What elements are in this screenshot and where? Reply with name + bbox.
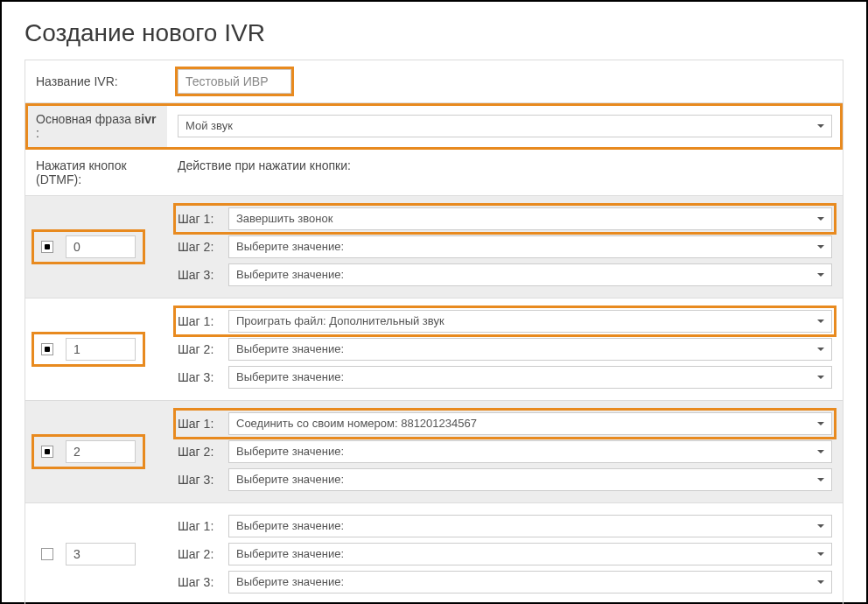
step-label: Шаг 3: <box>178 268 221 282</box>
step-line: Шаг 1:Проиграть файл: Дополнительный зву… <box>178 310 832 333</box>
label-main-phrase-text: Основная фраза в <box>36 112 141 126</box>
step-select[interactable]: Выберите значение: <box>228 366 832 389</box>
step-select[interactable]: Выберите значение: <box>228 468 832 491</box>
step-line: Шаг 3:Выберите значение: <box>178 366 832 389</box>
dtmf-digit-input[interactable] <box>66 338 136 361</box>
step-line: Шаг 3:Выберите значение: <box>178 263 832 286</box>
dtmf-enable-checkbox[interactable] <box>41 446 53 458</box>
step-label: Шаг 1: <box>178 417 221 431</box>
step-select[interactable]: Соединить со своим номером: 881201234567 <box>228 412 832 435</box>
label-ivr-name: Название IVR: <box>25 60 167 102</box>
chevron-down-icon <box>817 124 824 128</box>
ivr-name-input[interactable] <box>178 69 291 94</box>
dtmf-left-cell <box>25 298 167 400</box>
step-label: Шаг 1: <box>178 519 221 533</box>
step-select-value: Выберите значение: <box>236 518 344 534</box>
dtmf-steps-cell: Шаг 1:Проиграть файл: Дополнительный зву… <box>167 298 843 400</box>
dtmf-enable-checkbox[interactable] <box>41 548 53 560</box>
step-label: Шаг 3: <box>178 473 221 487</box>
step-label: Шаг 1: <box>178 212 221 226</box>
dtmf-left-cell <box>25 196 167 298</box>
step-select[interactable]: Выберите значение: <box>228 338 832 361</box>
row-ivr-name: Название IVR: <box>25 60 843 103</box>
step-select[interactable]: Выберите значение: <box>228 235 832 258</box>
dtmf-steps-cell: Шаг 1:Завершить звонокШаг 2:Выберите зна… <box>167 196 843 298</box>
step-label: Шаг 2: <box>178 240 221 254</box>
chevron-down-icon <box>817 552 824 556</box>
step-label: Шаг 3: <box>178 575 221 589</box>
step-label: Шаг 2: <box>178 342 221 356</box>
label-action: Действие при нажатии кнопки: <box>178 158 351 172</box>
main-phrase-value: Мой звук <box>186 118 233 134</box>
step-select-value: Выберите значение: <box>236 267 344 283</box>
chevron-down-icon <box>817 450 824 453</box>
step-line: Шаг 2:Выберите значение: <box>178 338 832 361</box>
chevron-down-icon <box>817 422 824 425</box>
chevron-down-icon <box>817 348 824 351</box>
chevron-down-icon <box>817 273 824 277</box>
step-select-value: Выберите значение: <box>236 574 344 590</box>
step-label: Шаг 1: <box>178 314 221 328</box>
ivr-form: Название IVR: Основная фраза в ivr : Мой… <box>24 60 844 604</box>
step-select[interactable]: Проиграть файл: Дополнительный звук <box>228 310 832 333</box>
dtmf-enable-group <box>34 334 143 364</box>
step-select-value: Выберите значение: <box>236 546 344 562</box>
step-select[interactable]: Выберите значение: <box>228 263 832 286</box>
chevron-down-icon <box>817 217 824 221</box>
step-select-value: Выберите значение: <box>236 472 344 488</box>
step-select-value: Выберите значение: <box>236 239 344 255</box>
step-line: Шаг 2:Выберите значение: <box>178 235 832 258</box>
dtmf-digit-input[interactable] <box>66 543 136 565</box>
dtmf-steps-cell: Шаг 1:Выберите значение:Шаг 2:Выберите з… <box>167 503 843 604</box>
step-label: Шаг 3: <box>178 370 221 384</box>
label-main-phrase: Основная фраза в ivr : <box>25 103 167 149</box>
step-line: Шаг 2:Выберите значение: <box>178 440 832 463</box>
step-line: Шаг 3:Выберите значение: <box>178 468 832 491</box>
step-select[interactable]: Завершить звонок <box>228 207 832 230</box>
step-select[interactable]: Выберите значение: <box>228 571 832 593</box>
chevron-down-icon <box>817 320 824 323</box>
dtmf-enable-group <box>34 437 143 467</box>
chevron-down-icon <box>817 376 824 379</box>
dtmf-left-cell <box>25 401 167 502</box>
step-select-value: Соединить со своим номером: 881201234567 <box>236 416 477 432</box>
dtmf-enable-group <box>34 539 143 569</box>
step-line: Шаг 1:Соединить со своим номером: 881201… <box>178 412 832 435</box>
dtmf-row: Шаг 1:Соединить со своим номером: 881201… <box>25 401 843 503</box>
dtmf-row: Шаг 1:Проиграть файл: Дополнительный зву… <box>25 298 843 401</box>
step-line: Шаг 1:Выберите значение: <box>178 515 832 537</box>
dtmf-enable-checkbox[interactable] <box>41 343 53 355</box>
chevron-down-icon <box>817 245 824 249</box>
dtmf-digit-input[interactable] <box>66 235 136 258</box>
dtmf-row: Шаг 1:Выберите значение:Шаг 2:Выберите з… <box>25 503 843 604</box>
step-select-value: Выберите значение: <box>236 341 344 357</box>
step-select-value: Выберите значение: <box>236 369 344 385</box>
step-select-value: Проиграть файл: Дополнительный звук <box>236 313 444 329</box>
step-select-value: Завершить звонок <box>236 211 332 227</box>
label-main-phrase-suffix: : <box>36 126 39 140</box>
dtmf-steps-cell: Шаг 1:Соединить со своим номером: 881201… <box>167 401 843 502</box>
step-line: Шаг 1:Завершить звонок <box>178 207 832 230</box>
chevron-down-icon <box>817 478 824 481</box>
row-dtmf-header: Нажатия кнопок (DTMF): Действие при нажа… <box>25 150 843 196</box>
step-label: Шаг 2: <box>178 547 221 561</box>
step-select[interactable]: Выберите значение: <box>228 440 832 463</box>
dtmf-left-cell <box>25 503 167 604</box>
row-main-phrase: Основная фраза в ivr : Мой звук <box>25 103 843 150</box>
chevron-down-icon <box>817 524 824 528</box>
dtmf-row: Шаг 1:Завершить звонокШаг 2:Выберите зна… <box>25 196 843 298</box>
dtmf-enable-group <box>34 232 143 262</box>
chevron-down-icon <box>817 580 824 584</box>
main-phrase-select[interactable]: Мой звук <box>178 115 832 137</box>
label-dtmf: Нажатия кнопок (DTMF): <box>25 150 167 195</box>
dtmf-enable-checkbox[interactable] <box>41 241 53 253</box>
page-title: Создание нового IVR <box>24 19 844 47</box>
step-label: Шаг 2: <box>178 445 221 459</box>
step-select[interactable]: Выберите значение: <box>228 543 832 565</box>
step-select[interactable]: Выберите значение: <box>228 515 832 537</box>
step-select-value: Выберите значение: <box>236 444 344 460</box>
label-main-phrase-bold: ivr <box>141 112 156 126</box>
step-line: Шаг 2:Выберите значение: <box>178 543 832 565</box>
step-line: Шаг 3:Выберите значение: <box>178 571 832 593</box>
dtmf-digit-input[interactable] <box>66 440 136 463</box>
